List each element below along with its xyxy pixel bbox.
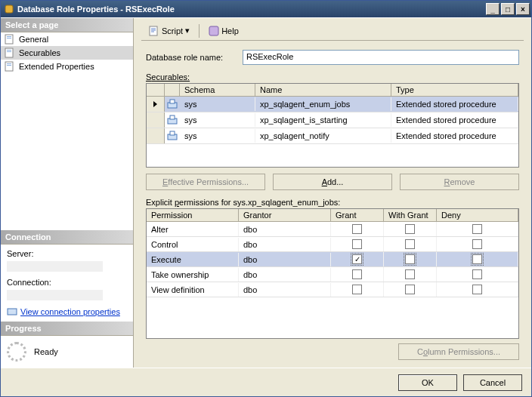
role-name-input[interactable]: RSExecRole [243, 50, 519, 65]
cancel-button[interactable]: Cancel [463, 374, 522, 391]
checkbox[interactable] [472, 254, 482, 264]
svg-rect-16 [170, 115, 175, 119]
permission-row[interactable]: Alterdbo [147, 222, 518, 237]
permission-row[interactable]: Take ownershipdbo [147, 267, 518, 282]
permission-row[interactable]: Executedbo [147, 252, 518, 267]
securables-row[interactable]: sysxp_sqlagent_enum_jobsExtended stored … [147, 97, 518, 112]
left-pane: Select a page General Securables Extende… [1, 18, 134, 368]
connection-label: Connection: [7, 278, 127, 287]
row-header [147, 97, 165, 112]
connection-section: Server: Connection: View connection prop… [1, 245, 133, 322]
minimize-button[interactable]: _ [486, 3, 500, 15]
connection-icon [7, 306, 17, 317]
row-header [147, 112, 165, 128]
cell-schema: sys [180, 113, 255, 127]
permission-row[interactable]: Controldbo [147, 237, 518, 252]
checkbox[interactable] [472, 239, 482, 249]
col-grantor[interactable]: Grantor [239, 209, 331, 221]
svg-rect-0 [5, 5, 13, 13]
remove-button[interactable]: Remove [400, 174, 519, 190]
col-type[interactable]: Type [391, 84, 518, 96]
script-button[interactable]: Script ▾ [146, 24, 193, 38]
permissions-header: Permission Grantor Grant With Grant Deny [147, 209, 518, 222]
securables-grid[interactable]: Schema Name Type sysxp_sqlagent_enum_job… [146, 83, 519, 168]
checkbox[interactable] [405, 254, 415, 264]
role-name-label: Database role name: [146, 53, 237, 62]
securables-row[interactable]: sysxp_sqlagent_is_startingExtended store… [147, 112, 518, 128]
checkbox[interactable] [405, 269, 415, 279]
toolbar-separator [199, 24, 200, 38]
checkbox[interactable] [352, 269, 362, 279]
view-connection-link[interactable]: View connection properties [7, 306, 127, 317]
svg-rect-10 [8, 309, 17, 315]
cell-schema: sys [180, 97, 255, 111]
checkbox[interactable] [472, 285, 482, 294]
securables-row[interactable]: sysxp_sqlagent_notifyExtended stored pro… [147, 128, 518, 144]
window-title: Database Role Properties - RSExecRole [17, 5, 486, 14]
effective-permissions-button[interactable]: Effective Permissions... [146, 174, 265, 190]
maximize-button[interactable]: □ [501, 3, 515, 15]
close-button[interactable]: × [516, 3, 530, 15]
checkbox[interactable] [472, 269, 482, 279]
cell-name: xp_sqlagent_is_starting [255, 113, 391, 127]
server-value [7, 261, 103, 272]
permissions-grid[interactable]: Permission Grantor Grant With Grant Deny… [146, 208, 519, 339]
window: Database Role Properties - RSExecRole _ … [0, 0, 532, 397]
svg-rect-9 [7, 65, 11, 66]
page-icon [4, 34, 16, 45]
window-controls: _ □ × [486, 3, 530, 15]
checkbox[interactable] [352, 254, 362, 264]
col-grant[interactable]: Grant [331, 209, 384, 221]
cell-type: Extended stored procedure [391, 97, 518, 111]
titlebar: Database Role Properties - RSExecRole _ … [1, 1, 531, 17]
connection-value [7, 290, 103, 300]
col-withgrant[interactable]: With Grant [384, 209, 437, 221]
cell-permission: Take ownership [147, 268, 239, 282]
checkbox[interactable] [405, 224, 415, 234]
checkbox[interactable] [405, 239, 415, 249]
column-permissions-button[interactable]: Column Permissions... [398, 343, 519, 360]
cell-grantor: dbo [239, 238, 331, 251]
svg-rect-18 [170, 131, 175, 135]
col-deny[interactable]: Deny [437, 209, 518, 221]
help-label: Help [221, 26, 239, 35]
nav-item-general[interactable]: General [1, 32, 133, 46]
help-button[interactable]: Help [206, 24, 242, 38]
nav-item-securables[interactable]: Securables [1, 46, 133, 60]
cell-grantor: dbo [239, 253, 331, 266]
dropdown-arrow-icon: ▾ [185, 26, 190, 35]
explicit-permissions-label: Explicit permissions for sys.xp_sqlagent… [146, 198, 519, 207]
connection-header: Connection [1, 230, 133, 245]
col-name[interactable]: Name [255, 84, 391, 96]
app-icon [4, 4, 14, 14]
ok-button[interactable]: OK [398, 374, 457, 391]
progress-header: Progress [1, 322, 133, 336]
script-label: Script [162, 26, 183, 35]
checkbox[interactable] [405, 285, 415, 294]
checkbox[interactable] [472, 224, 482, 234]
svg-rect-14 [170, 100, 175, 103]
svg-rect-6 [7, 51, 11, 52]
column-permissions-row: Column Permissions... [146, 343, 519, 360]
svg-rect-7 [5, 62, 13, 71]
cell-permission: View definition [147, 283, 239, 297]
checkbox[interactable] [352, 285, 362, 294]
nav-item-extended[interactable]: Extended Properties [1, 60, 133, 73]
permission-row[interactable]: View definitiondbo [147, 282, 518, 297]
progress-status: Ready [34, 347, 58, 356]
row-header [147, 128, 165, 143]
nav-label: General [19, 35, 48, 44]
cell-name: xp_sqlagent_enum_jobs [255, 97, 391, 111]
cell-permission: Alter [147, 223, 239, 236]
checkbox[interactable] [352, 239, 362, 249]
col-permission[interactable]: Permission [147, 209, 239, 221]
svg-rect-12 [209, 26, 218, 35]
page-icon [4, 48, 16, 58]
col-schema[interactable]: Schema [180, 84, 255, 96]
add-button[interactable]: Add... [273, 174, 392, 190]
object-icon [165, 128, 180, 143]
cell-type: Extended stored procedure [391, 129, 518, 143]
checkbox[interactable] [352, 224, 362, 234]
nav-label: Securables [19, 48, 60, 57]
view-connection-text: View connection properties [20, 307, 120, 316]
